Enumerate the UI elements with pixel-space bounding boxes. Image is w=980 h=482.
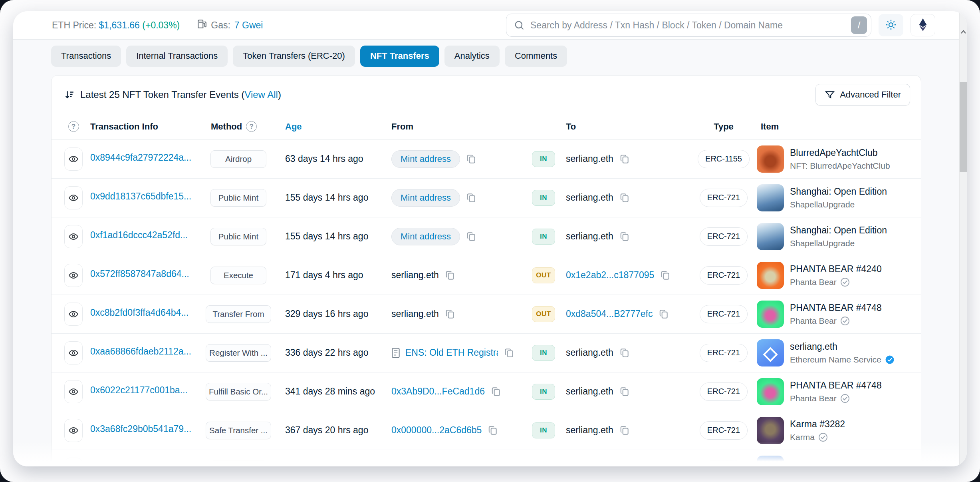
method-help-icon[interactable]: ?: [246, 121, 257, 132]
to-address[interactable]: serliang.eth: [566, 464, 613, 466]
preview-eye-button[interactable]: [64, 458, 83, 466]
txn-hash-link[interactable]: 0x8944c9fa27972224a...: [90, 152, 191, 163]
txn-hash-link[interactable]: 0xc8b2fd0f3ffa4d64b4...: [90, 307, 188, 318]
nft-item-title[interactable]: PHANTA BEAR #4240: [790, 264, 882, 275]
from-address[interactable]: Mint address: [391, 189, 460, 207]
txn-hash-link[interactable]: 0x572ff8587847a8d64...: [90, 269, 189, 279]
network-eth-button[interactable]: [911, 14, 935, 36]
nft-item-title[interactable]: PHANTA BEAR #4748: [790, 380, 882, 391]
preview-eye-button[interactable]: [64, 186, 83, 209]
nft-collection-name[interactable]: NFT: BlurredApeYachtClub: [790, 161, 890, 171]
tab-nft-transfers[interactable]: NFT Transfers: [360, 46, 439, 67]
from-address[interactable]: 0x3Ab9D0...FeCad1d6: [391, 386, 485, 397]
header-to: To: [560, 121, 690, 132]
nft-thumbnail[interactable]: [757, 456, 784, 466]
copy-to-button[interactable]: [619, 386, 631, 398]
nft-collection-name[interactable]: Phanta Bear: [790, 277, 837, 287]
nft-collection-name[interactable]: Phanta Bear: [790, 316, 837, 326]
preview-eye-button[interactable]: [64, 147, 83, 171]
preview-eye-button[interactable]: [64, 225, 83, 248]
to-address[interactable]: 0x1e2ab2...c1877095: [566, 270, 654, 281]
nft-item-title[interactable]: Regenesis: Open Edition: [790, 462, 891, 466]
from-address[interactable]: Mint address: [391, 228, 460, 245]
to-address[interactable]: serliang.eth: [566, 192, 613, 203]
nft-thumbnail[interactable]: [757, 378, 784, 405]
copy-from-button[interactable]: [465, 192, 477, 204]
search-input[interactable]: [530, 20, 851, 31]
nft-item-title[interactable]: PHANTA BEAR #4748: [790, 303, 882, 313]
preview-eye-button[interactable]: [64, 419, 83, 442]
card-title-suffix: ): [278, 89, 281, 100]
copy-from-button[interactable]: [465, 231, 477, 243]
from-address[interactable]: serliang.eth: [391, 270, 439, 281]
nft-thumbnail[interactable]: [757, 339, 784, 366]
nft-collection-name[interactable]: Phanta Bear: [790, 394, 837, 403]
preview-eye-button[interactable]: [64, 303, 83, 326]
txn-hash-link[interactable]: 0x6022c21177c001ba...: [90, 385, 188, 396]
eth-price-value[interactable]: $1,631.66: [99, 20, 140, 30]
copy-from-button[interactable]: [465, 153, 477, 165]
theme-toggle-button[interactable]: [879, 14, 903, 36]
gas-value[interactable]: 7 Gwei: [234, 20, 263, 31]
nft-collection-name[interactable]: Karma: [790, 432, 815, 442]
from-address[interactable]: 0x000000...2aC6d6b5: [391, 425, 482, 436]
nft-item-title[interactable]: Karma #3282: [790, 419, 845, 430]
nft-thumbnail[interactable]: [757, 184, 784, 211]
txn-hash-link[interactable]: 0x...: [90, 463, 107, 466]
txn-hash-link[interactable]: 0x9dd18137c65dbfe15...: [90, 191, 191, 202]
copy-to-button[interactable]: [658, 308, 670, 320]
preview-eye-button[interactable]: [64, 380, 83, 403]
txn-hash-link[interactable]: 0xf1ad16dccc42a52fd...: [90, 230, 188, 241]
advanced-filter-button[interactable]: Advanced Filter: [815, 84, 910, 106]
copy-to-button[interactable]: [659, 269, 671, 281]
view-all-link[interactable]: View All: [244, 89, 278, 100]
copy-to-button[interactable]: [619, 347, 631, 359]
nft-collection-name[interactable]: ShapellaUpgrade: [790, 200, 855, 209]
header-age-toggle[interactable]: Age: [285, 121, 302, 131]
copy-from-button[interactable]: [444, 308, 456, 320]
copy-to-button[interactable]: [619, 463, 631, 466]
nft-thumbnail[interactable]: [757, 223, 784, 250]
copy-from-button[interactable]: [490, 386, 502, 398]
nft-item-title[interactable]: serliang.eth: [790, 341, 895, 352]
copy-to-button[interactable]: [619, 231, 631, 243]
from-address[interactable]: Mint address: [391, 150, 460, 168]
nft-item-title[interactable]: BlurredApeYachtClub: [790, 147, 890, 158]
tab-transactions[interactable]: Transactions: [51, 46, 121, 67]
nft-thumbnail[interactable]: [757, 301, 784, 328]
from-address[interactable]: serliang.eth: [391, 309, 439, 319]
to-address[interactable]: serliang.eth: [566, 386, 613, 397]
preview-eye-button[interactable]: [64, 264, 83, 287]
nft-thumbnail[interactable]: [757, 417, 784, 444]
txn-hash-link[interactable]: 0xaa68866fdaeb2112a...: [90, 346, 191, 357]
tab-analytics[interactable]: Analytics: [444, 46, 500, 67]
preview-eye-button[interactable]: [64, 341, 83, 364]
copy-from-button[interactable]: [397, 463, 409, 466]
copy-from-button[interactable]: [444, 269, 456, 281]
tab-comments[interactable]: Comments: [505, 46, 567, 67]
tab-internal-transactions[interactable]: Internal Transactions: [126, 46, 228, 67]
nft-thumbnail[interactable]: [757, 262, 784, 289]
to-address[interactable]: serliang.eth: [566, 153, 613, 164]
scrollbar-up-icon[interactable]: [960, 30, 967, 34]
copy-from-button[interactable]: [487, 424, 499, 436]
scrollbar-thumb[interactable]: [960, 82, 967, 172]
copy-to-button[interactable]: [619, 153, 631, 165]
nft-collection-name[interactable]: Ethereum Name Service: [790, 355, 881, 364]
from-address[interactable]: ENS: Old ETH Registrar...: [405, 347, 498, 358]
help-question-icon[interactable]: ?: [68, 121, 79, 132]
to-address[interactable]: serliang.eth: [566, 231, 613, 242]
copy-to-button[interactable]: [619, 424, 631, 436]
to-address[interactable]: serliang.eth: [566, 425, 613, 436]
nft-collection-name[interactable]: ShapellaUpgrade: [790, 239, 855, 248]
txn-hash-link[interactable]: 0x3a68fc29b0b541a79...: [90, 424, 191, 434]
nft-thumbnail[interactable]: [757, 145, 784, 173]
copy-from-button[interactable]: [503, 347, 515, 359]
tab-token-transfers-erc-20[interactable]: Token Transfers (ERC-20): [233, 46, 355, 67]
to-address[interactable]: 0xd8a504...B2777efc: [566, 309, 653, 319]
to-address[interactable]: serliang.eth: [566, 347, 613, 358]
nft-item-title[interactable]: Shanghai: Open Edition: [790, 225, 887, 236]
scrollbar-track[interactable]: [959, 11, 967, 466]
nft-item-title[interactable]: Shanghai: Open Edition: [790, 186, 887, 197]
copy-to-button[interactable]: [619, 192, 631, 204]
